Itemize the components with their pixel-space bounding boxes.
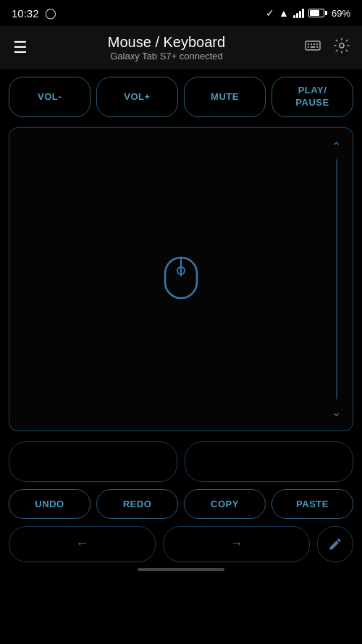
battery-percent: 69% <box>332 8 350 19</box>
bluetooth-icon: ✓ <box>266 7 274 19</box>
left-click-button[interactable] <box>9 441 177 482</box>
svg-rect-3 <box>313 43 315 45</box>
top-bar-actions <box>301 34 353 62</box>
svg-rect-2 <box>311 43 312 45</box>
menu-button[interactable]: ☰ <box>9 34 32 62</box>
keyboard-icon <box>304 37 321 54</box>
edit-pencil-button[interactable] <box>317 526 353 562</box>
svg-rect-7 <box>316 46 318 48</box>
status-time: 10:32 <box>12 7 39 20</box>
svg-rect-1 <box>308 43 309 45</box>
status-bar: 10:32 ◯ ✓ ▲ 69% <box>0 0 362 26</box>
edit-buttons-row: UNDO REDO COPY PASTE <box>9 489 353 519</box>
status-bar-right: ✓ ▲ 69% <box>266 7 350 19</box>
navigation-row: ← → <box>9 526 353 562</box>
paste-button[interactable]: PASTE <box>272 489 353 519</box>
scroll-down-button[interactable]: ⌄ <box>330 404 342 420</box>
title-area: Mouse / Keyboard Galaxy Tab S7+ connecte… <box>32 34 301 62</box>
vol-minus-button[interactable]: VOL- <box>9 77 90 117</box>
left-arrow-button[interactable]: ← <box>9 526 156 562</box>
connection-status: Galaxy Tab S7+ connected <box>110 51 223 62</box>
status-bar-left: 10:32 ◯ <box>12 7 56 20</box>
svg-rect-5 <box>308 46 309 48</box>
settings-button[interactable] <box>330 34 353 62</box>
top-bar: ☰ Mouse / Keyboard Galaxy Tab S7+ connec… <box>0 26 362 69</box>
signal-icon <box>293 8 304 18</box>
mouse-cursor-icon <box>162 255 200 304</box>
activity-icon: ◯ <box>45 7 56 19</box>
battery-icon <box>308 9 327 17</box>
play-pause-button[interactable]: PLAY/PAUSE <box>272 77 353 117</box>
svg-rect-0 <box>306 41 320 50</box>
gear-icon <box>333 37 350 54</box>
home-indicator <box>138 568 224 571</box>
undo-button[interactable]: UNDO <box>9 489 90 519</box>
svg-rect-6 <box>311 46 315 48</box>
vol-plus-button[interactable]: VOL+ <box>96 77 178 117</box>
media-controls: VOL- VOL+ MUTE PLAY/PAUSE <box>0 69 362 124</box>
redo-button[interactable]: REDO <box>96 489 178 519</box>
wifi-icon: ▲ <box>279 7 289 19</box>
right-arrow-button[interactable]: → <box>163 526 310 562</box>
svg-rect-4 <box>316 43 318 45</box>
trackpad-area[interactable]: ⌃ ⌄ <box>9 127 353 431</box>
scroll-up-button[interactable]: ⌃ <box>330 138 342 155</box>
svg-point-8 <box>340 43 344 48</box>
page-title: Mouse / Keyboard <box>108 34 225 51</box>
mute-button[interactable]: MUTE <box>184 77 266 117</box>
copy-button[interactable]: COPY <box>184 489 266 519</box>
click-buttons-row <box>9 441 353 482</box>
bottom-area: UNDO REDO COPY PASTE ← → <box>0 434 362 562</box>
pencil-icon <box>328 537 342 551</box>
scroll-track <box>336 159 337 399</box>
keyboard-icon-button[interactable] <box>301 34 324 62</box>
right-click-button[interactable] <box>185 441 353 482</box>
